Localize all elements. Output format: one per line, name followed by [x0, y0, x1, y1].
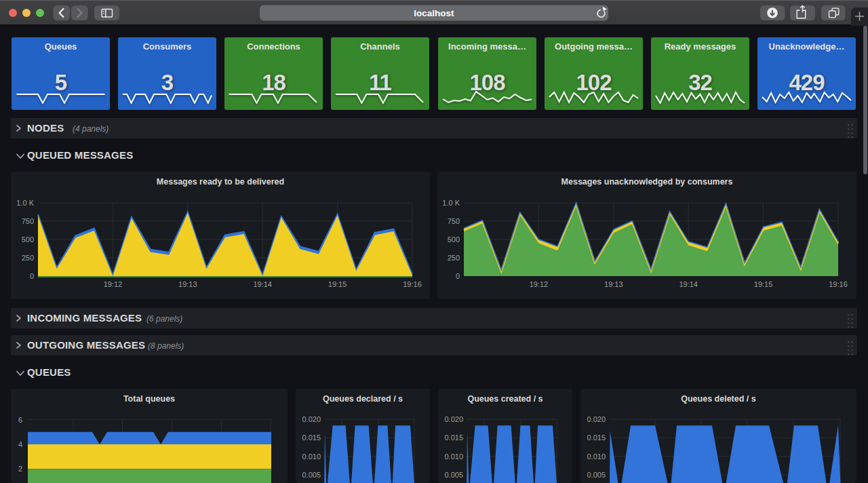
- svg-text:0.010: 0.010: [587, 452, 606, 461]
- svg-text:19:14: 19:14: [253, 280, 272, 288]
- svg-text:19:12: 19:12: [530, 280, 549, 288]
- svg-text:19:12: 19:12: [104, 280, 123, 288]
- svg-text:19:15: 19:15: [754, 280, 773, 288]
- svg-text:0: 0: [456, 272, 460, 280]
- svg-text:500: 500: [448, 235, 460, 244]
- svg-text:0.015: 0.015: [587, 433, 606, 442]
- svg-text:0.020: 0.020: [444, 415, 463, 423]
- svg-text:0: 0: [30, 272, 34, 280]
- svg-text:19:15: 19:15: [328, 280, 347, 288]
- svg-text:1.0 K: 1.0 K: [442, 199, 460, 207]
- svg-text:750: 750: [448, 217, 460, 225]
- svg-text:2: 2: [18, 465, 22, 473]
- svg-text:localhost: localhost: [414, 8, 454, 18]
- svg-text:19:14: 19:14: [679, 280, 698, 288]
- svg-text:0.010: 0.010: [444, 452, 463, 461]
- svg-text:250: 250: [448, 254, 460, 262]
- svg-text:500: 500: [22, 235, 34, 244]
- svg-text:1.0 K: 1.0 K: [16, 199, 34, 207]
- svg-text:0.015: 0.015: [302, 433, 321, 442]
- svg-text:0.020: 0.020: [587, 415, 606, 423]
- svg-text:250: 250: [22, 254, 34, 262]
- svg-text:0.005: 0.005: [587, 471, 606, 479]
- svg-text:19:16: 19:16: [829, 280, 848, 288]
- svg-text:0.020: 0.020: [302, 415, 321, 423]
- svg-text:19:13: 19:13: [604, 280, 623, 288]
- svg-text:0.015: 0.015: [444, 433, 463, 442]
- svg-text:19:16: 19:16: [403, 280, 422, 288]
- svg-text:0.005: 0.005: [302, 471, 321, 479]
- svg-text:0.005: 0.005: [444, 471, 463, 479]
- svg-text:6: 6: [18, 416, 22, 424]
- svg-text:4: 4: [18, 440, 22, 448]
- svg-text:750: 750: [22, 217, 34, 225]
- svg-text:19:13: 19:13: [178, 280, 197, 288]
- svg-text:0.010: 0.010: [302, 452, 321, 461]
